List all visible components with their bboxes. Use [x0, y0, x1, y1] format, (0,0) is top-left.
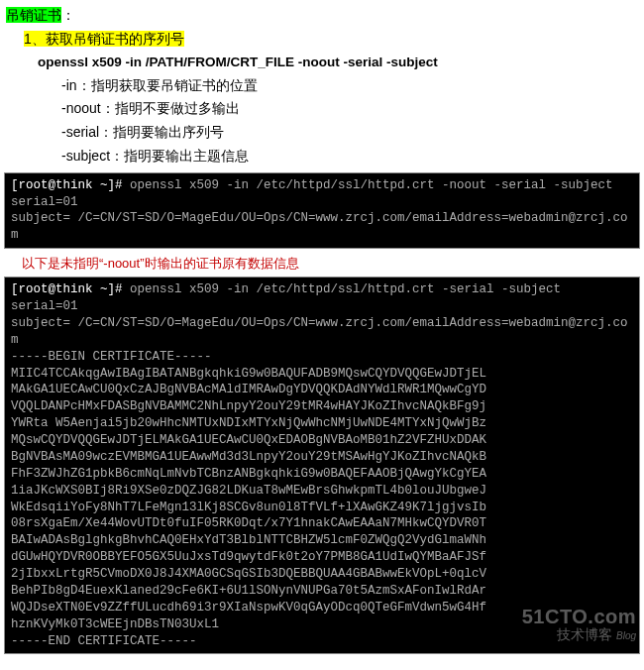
step-highlight: 1、获取吊销证书的序列号: [24, 31, 184, 47]
prompt-1: [root@think ~]#: [11, 178, 130, 192]
section-title: 吊销证书：: [6, 4, 638, 28]
red-note: 以下是未指明“-noout”时输出的证书原有数据信息: [22, 255, 644, 273]
option-in: -in：指明获取要吊销证书的位置: [61, 74, 638, 98]
terminal-output-1: [root@think ~]# openssl x509 -in /etc/ht…: [4, 172, 640, 250]
option-serial: -serial：指明要输出序列号: [61, 121, 638, 145]
terminal-output-2: [root@think ~]# openssl x509 -in /etc/ht…: [4, 277, 640, 654]
prompt-2: [root@think ~]#: [11, 282, 130, 296]
terminal-cmd-2: openssl x509 -in /etc/httpd/ssl/httpd.cr…: [130, 282, 561, 296]
terminal-body-2: serial=01 subject= /C=CN/ST=SD/O=MageEdu…: [11, 299, 628, 648]
command-line: openssl x509 -in /PATH/FROM/CRT_FILE -no…: [38, 52, 638, 74]
title-highlight: 吊销证书: [6, 7, 61, 23]
doc-header: 吊销证书： 1、获取吊销证书的序列号 openssl x509 -in /PAT…: [0, 0, 644, 170]
step-line: 1、获取吊销证书的序列号: [24, 28, 638, 52]
option-subject: -subject：指明要输出主题信息: [61, 145, 638, 168]
option-noout: -noout：指明不要做过多输出: [61, 97, 638, 121]
terminal-body-1: serial=01 subject= /C=CN/ST=SD/O=MageEdu…: [11, 195, 628, 243]
terminal-cmd-1: openssl x509 -in /etc/httpd/ssl/httpd.cr…: [130, 178, 613, 192]
